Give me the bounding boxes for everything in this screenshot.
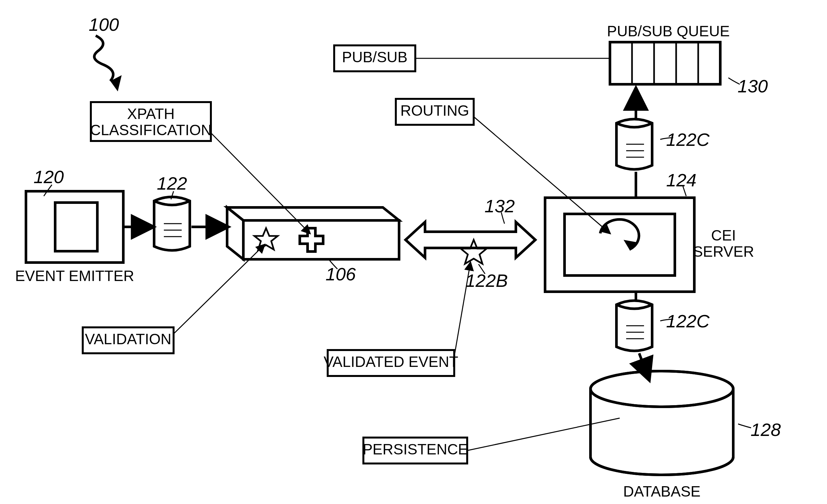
label-box-validation: VALIDATION bbox=[83, 327, 174, 353]
pubsub-queue bbox=[610, 42, 720, 84]
label-validated-event: VALIDATED EVENT bbox=[324, 353, 458, 370]
label-persistence: PERSISTENCE bbox=[363, 441, 468, 458]
label-pubsub: PUB/SUB bbox=[342, 49, 407, 65]
label-xpath-line2: CLASSIFICATION bbox=[90, 121, 212, 138]
label-database: DATABASE bbox=[623, 483, 701, 500]
ref-emitter: 120 bbox=[34, 167, 63, 187]
label-box-validated-event: VALIDATED EVENT bbox=[324, 350, 458, 376]
event-emitter bbox=[26, 191, 123, 263]
ref-processor: 106 bbox=[326, 264, 356, 284]
label-routing: ROUTING bbox=[400, 102, 469, 119]
label-cei2: SERVER bbox=[693, 243, 754, 260]
document-122 bbox=[154, 197, 190, 250]
ref-arrow: 132 bbox=[484, 196, 515, 216]
ref-queue: 130 bbox=[737, 76, 768, 96]
cei-server bbox=[545, 198, 694, 292]
processor-box bbox=[227, 208, 399, 259]
ref-database: 128 bbox=[750, 419, 781, 440]
document-122c-top bbox=[617, 119, 652, 170]
bidirectional-arrow bbox=[405, 222, 535, 258]
label-box-routing: ROUTING bbox=[396, 99, 474, 125]
svg-rect-9 bbox=[565, 214, 675, 276]
label-event-emitter: EVENT EMITTER bbox=[15, 267, 134, 284]
label-box-pubsub: PUB/SUB bbox=[334, 45, 415, 71]
database bbox=[590, 371, 733, 475]
ref-figure: 100 bbox=[89, 14, 119, 35]
label-xpath-line1: XPATH bbox=[127, 105, 175, 122]
label-cei1: CEI bbox=[711, 227, 736, 244]
svg-point-24 bbox=[590, 371, 733, 407]
ref-cei: 124 bbox=[666, 170, 696, 190]
ref-doc1: 122 bbox=[157, 173, 187, 193]
ref-doc-bottom: 122C bbox=[666, 311, 710, 331]
ref-122b: 122B bbox=[466, 270, 508, 291]
star-122b bbox=[461, 240, 487, 264]
label-box-xpath: XPATH CLASSIFICATION bbox=[90, 102, 212, 141]
svg-rect-12 bbox=[610, 42, 720, 84]
label-validation: VALIDATION bbox=[85, 331, 172, 347]
svg-rect-1 bbox=[55, 203, 97, 251]
label-pubsub-queue: PUB/SUB QUEUE bbox=[607, 23, 730, 40]
ref-doc-top: 122C bbox=[666, 129, 710, 150]
label-box-persistence: PERSISTENCE bbox=[363, 438, 468, 463]
svg-rect-8 bbox=[545, 198, 694, 292]
document-122c-bottom bbox=[617, 301, 652, 351]
